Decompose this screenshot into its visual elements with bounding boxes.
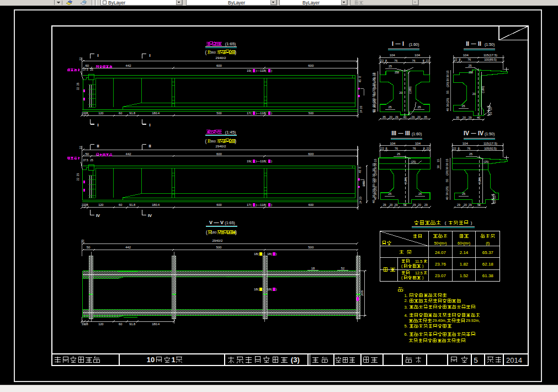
svg-text:18: 18 bbox=[311, 267, 315, 270]
svg-text:52: 52 bbox=[477, 203, 481, 206]
svg-text:(1:50): (1:50) bbox=[485, 132, 495, 136]
svg-text:91.8: 91.8 bbox=[129, 112, 135, 115]
svg-text:(25): (25) bbox=[446, 98, 449, 103]
svg-text:(180): (180) bbox=[408, 86, 412, 93]
svg-text::: : bbox=[403, 287, 404, 292]
svg-text:V — V: V — V bbox=[209, 220, 224, 225]
svg-text:104: 104 bbox=[463, 54, 469, 57]
svg-text:20: 20 bbox=[399, 91, 402, 94]
svg-text:40: 40 bbox=[445, 197, 449, 200]
svg-text:10: 10 bbox=[147, 356, 155, 364]
svg-text:(: ( bbox=[205, 139, 206, 144]
svg-text:76: 76 bbox=[467, 147, 470, 150]
svg-text:61.38: 61.38 bbox=[482, 273, 494, 278]
svg-text:104: 104 bbox=[463, 142, 469, 145]
svg-text:65.37: 65.37 bbox=[482, 250, 494, 255]
svg-text:): ) bbox=[235, 50, 236, 55]
svg-text:I: I bbox=[149, 53, 150, 58]
svg-text:358: 358 bbox=[469, 71, 473, 74]
svg-text:3.: 3. bbox=[404, 305, 407, 310]
svg-text:60: 60 bbox=[119, 112, 122, 115]
svg-text:500: 500 bbox=[308, 246, 314, 249]
svg-text:6.: 6. bbox=[404, 332, 407, 337]
svg-text:30: 30 bbox=[446, 104, 449, 107]
svg-text:60: 60 bbox=[119, 322, 122, 326]
svg-text:(25): (25) bbox=[445, 186, 449, 191]
svg-text:24.07: 24.07 bbox=[435, 250, 447, 255]
svg-text:(180): (180) bbox=[404, 177, 407, 184]
svg-text:25: 25 bbox=[461, 104, 465, 108]
svg-text:20: 20 bbox=[493, 195, 496, 199]
svg-text:II: II bbox=[97, 144, 99, 149]
svg-text:104: 104 bbox=[414, 54, 421, 57]
svg-text:8: 8 bbox=[385, 59, 387, 62]
svg-text:): ) bbox=[263, 252, 264, 256]
svg-text:(1:60): (1:60) bbox=[409, 43, 419, 47]
svg-text:120: 120 bbox=[98, 203, 103, 206]
svg-text:15: 15 bbox=[446, 71, 449, 74]
svg-text:22: 22 bbox=[453, 147, 456, 150]
svg-text:23.76: 23.76 bbox=[435, 262, 447, 267]
svg-text:25: 25 bbox=[469, 152, 472, 156]
svg-text:52: 52 bbox=[403, 203, 407, 206]
svg-text:1.: 1. bbox=[404, 293, 407, 298]
svg-text:2.: 2. bbox=[404, 298, 407, 303]
svg-text:(20): (20) bbox=[374, 170, 377, 175]
svg-text:22: 22 bbox=[79, 146, 82, 149]
svg-text:IV: IV bbox=[96, 213, 100, 218]
svg-text:18(: 18( bbox=[267, 252, 272, 256]
svg-text:25: 25 bbox=[389, 65, 392, 68]
svg-text:35: 35 bbox=[456, 116, 459, 119]
svg-text:)—118(: )—118( bbox=[256, 203, 267, 206]
svg-text:45: 45 bbox=[358, 79, 362, 82]
svg-text:IV: IV bbox=[148, 213, 152, 218]
svg-text:37.5: 37.5 bbox=[83, 158, 88, 162]
svg-text:15: 15 bbox=[445, 159, 449, 162]
svg-text:442: 442 bbox=[125, 246, 131, 249]
svg-text:28: 28 bbox=[84, 322, 88, 326]
svg-text:): ) bbox=[271, 203, 272, 206]
svg-text:III: III bbox=[391, 130, 396, 136]
svg-text:(: ( bbox=[445, 220, 447, 225]
svg-text:62.18: 62.18 bbox=[482, 262, 494, 267]
svg-text:29: 29 bbox=[395, 115, 398, 119]
svg-text:76: 76 bbox=[395, 147, 398, 150]
svg-text:442: 442 bbox=[126, 152, 132, 156]
svg-text:23.07: 23.07 bbox=[435, 273, 447, 278]
svg-text:600: 600 bbox=[216, 64, 222, 67]
svg-text:29: 29 bbox=[383, 203, 386, 206]
svg-text:29: 29 bbox=[395, 203, 398, 206]
svg-text:104: 104 bbox=[415, 142, 421, 145]
svg-text:25: 25 bbox=[90, 68, 93, 71]
svg-text:—: — bbox=[471, 41, 476, 46]
svg-text:358: 358 bbox=[395, 71, 399, 74]
svg-text:(1:65): (1:65) bbox=[225, 221, 235, 225]
svg-text:8: 8 bbox=[459, 58, 460, 61]
svg-text:29: 29 bbox=[469, 116, 472, 119]
svg-text:I: I bbox=[392, 40, 394, 47]
svg-text:(: ( bbox=[205, 50, 206, 55]
svg-text:40: 40 bbox=[373, 109, 376, 113]
svg-text:40: 40 bbox=[374, 197, 377, 200]
svg-text:II: II bbox=[478, 40, 481, 47]
svg-text:600: 600 bbox=[308, 64, 314, 67]
svg-text:IV: IV bbox=[464, 130, 469, 136]
svg-text:55: 55 bbox=[374, 179, 377, 182]
svg-text:20: 20 bbox=[464, 203, 467, 206]
svg-text:45: 45 bbox=[358, 170, 362, 173]
svg-text:24: 24 bbox=[360, 110, 363, 113]
svg-text:29.40m,: 29.40m, bbox=[433, 319, 447, 322]
svg-text:55: 55 bbox=[446, 91, 449, 94]
svg-text:24: 24 bbox=[360, 200, 363, 204]
svg-text:II: II bbox=[466, 40, 469, 47]
svg-text:37.5: 37.5 bbox=[83, 68, 88, 71]
svg-text:50: 50 bbox=[85, 152, 89, 156]
svg-text:600: 600 bbox=[309, 203, 313, 206]
svg-text:40: 40 bbox=[446, 108, 449, 112]
svg-text:): ) bbox=[235, 139, 236, 144]
svg-text:30: 30 bbox=[374, 167, 377, 170]
svg-text:55: 55 bbox=[373, 92, 376, 96]
svg-text:55: 55 bbox=[445, 179, 449, 182]
svg-text:): ) bbox=[271, 69, 272, 72]
svg-text:28: 28 bbox=[84, 203, 88, 206]
